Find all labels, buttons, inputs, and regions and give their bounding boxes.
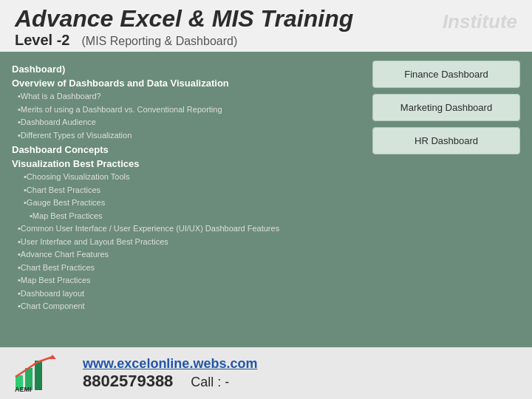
right-panel: Finance Dashboard Marketing Dashboard HR… — [372, 58, 520, 334]
header-level: Level -2 — [15, 32, 69, 49]
toc-chart-best2: •Chart Best Practices — [12, 262, 361, 274]
toc-dashboard-layout: •Dashboard layout — [12, 287, 361, 300]
toc-map-best: •Map Best Practices — [12, 210, 361, 222]
footer-logo: AEMI — [12, 353, 71, 394]
toc-advance-chart: •Advance Chart Features — [12, 248, 361, 261]
header-mis-label: (MIS Reporting & Dashboard) — [81, 35, 237, 48]
toc-ui-features: •Common User Interface / User Experience… — [12, 222, 361, 235]
footer-text: www.excelonline.webs.com 8802579388 Call… — [83, 356, 520, 391]
header: Advance Excel & MIS Training Level -2 (M… — [0, 0, 532, 52]
toc-map-best2: •Map Best Practices — [12, 274, 361, 287]
toc-viz-heading: Visualization Best Practices — [12, 158, 361, 169]
svg-rect-2 — [35, 361, 42, 390]
main-section-heading: Dashboard) — [12, 64, 361, 75]
marketing-dashboard-card[interactable]: Marketing Dashboard — [372, 94, 520, 121]
header-title-line2-row: Level -2 (MIS Reporting & Dashboard) Ins… — [15, 32, 517, 49]
toc-item-1: •What is a Dashboard? — [12, 90, 361, 103]
toc-overview-heading: Overview of Dashboards and Data Visualiz… — [12, 78, 361, 89]
left-panel: Dashboard) Overview of Dashboards and Da… — [12, 58, 361, 334]
content-area: Dashboard) Overview of Dashboards and Da… — [0, 52, 532, 340]
hr-dashboard-card[interactable]: HR Dashboard — [372, 127, 520, 154]
toc-item-2: •Merits of using a Dashboard vs. Convent… — [12, 103, 361, 116]
footer-call-label: Call : - — [191, 375, 229, 390]
toc-choosing-viz: •Choosing Visualization Tools — [12, 171, 361, 183]
toc-item-3: •Dashboard Audience — [12, 116, 361, 129]
footer: AEMI www.excelonline.webs.com 8802579388… — [0, 347, 532, 399]
toc-chart-component: •Chart Component — [12, 300, 361, 313]
toc-chart-best: •Chart Best Practices — [12, 184, 361, 197]
toc-gauge-best: •Gauge Best Practices — [12, 197, 361, 209]
toc-item-4: •Different Types of Visualization — [12, 129, 361, 142]
footer-phone: 8802579388 — [83, 372, 173, 391]
toc-concepts-heading: Dashboard Concepts — [12, 144, 361, 155]
svg-text:AEMI: AEMI — [15, 386, 32, 393]
header-institute: Institute — [443, 10, 517, 33]
toc-ui-layout: •User Interface and Layout Best Practice… — [12, 236, 361, 248]
main-container: Advance Excel & MIS Training Level -2 (M… — [0, 0, 532, 399]
footer-website[interactable]: www.excelonline.webs.com — [83, 356, 520, 372]
finance-dashboard-card[interactable]: Finance Dashboard — [372, 61, 520, 88]
